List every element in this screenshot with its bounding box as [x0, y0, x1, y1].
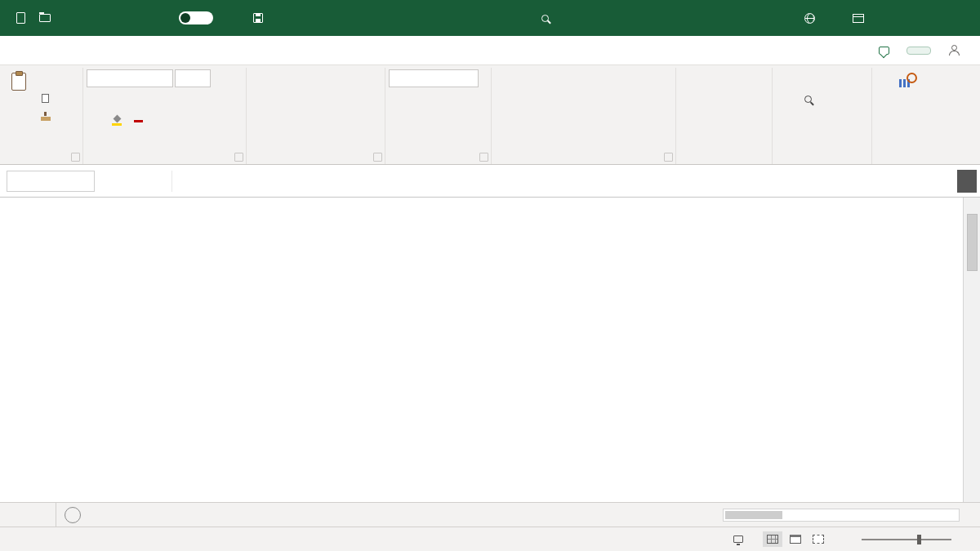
sort-filter-button[interactable]	[799, 69, 818, 88]
comment-icon	[879, 47, 889, 55]
percent-style-button[interactable]	[410, 90, 430, 109]
align-top-button[interactable]	[250, 69, 270, 88]
view-shortcuts	[763, 531, 828, 547]
minimize-button[interactable]	[872, 0, 908, 36]
paste-button[interactable]	[5, 69, 33, 97]
undo-button[interactable]	[59, 7, 80, 29]
spreadsheet-grid[interactable]	[0, 198, 963, 502]
close-button[interactable]	[944, 0, 980, 36]
name-box[interactable]	[7, 171, 95, 192]
new-workbook-button[interactable]	[10, 7, 31, 29]
styles-dialog-launcher[interactable]	[664, 153, 673, 162]
group-label-analysis	[875, 150, 939, 164]
decrease-font-size-button[interactable]	[172, 90, 191, 109]
search-button[interactable]	[535, 7, 556, 29]
paste-icon	[11, 73, 26, 91]
share-button[interactable]	[906, 47, 931, 55]
bold-button[interactable]	[87, 90, 106, 109]
ribbon-group-styles	[492, 68, 676, 164]
analyze-data-button[interactable]	[875, 69, 939, 96]
comments-button[interactable]	[879, 47, 895, 55]
ribbon-group-editing	[773, 68, 872, 164]
font-family-select[interactable]	[87, 69, 173, 87]
clipboard-dialog-launcher[interactable]	[71, 153, 80, 162]
decrease-indent-button[interactable]	[250, 112, 270, 131]
group-label-font	[87, 132, 243, 146]
vertical-scroll-thumb[interactable]	[967, 214, 978, 271]
fill-button[interactable]	[776, 90, 795, 109]
autosave-toggle[interactable]	[179, 11, 213, 24]
align-bottom-button[interactable]	[292, 69, 312, 88]
cut-button[interactable]	[36, 69, 56, 88]
format-painter-icon	[41, 112, 51, 122]
number-dialog-launcher[interactable]	[479, 153, 488, 162]
fill-color-button[interactable]	[108, 111, 127, 130]
font-dialog-launcher[interactable]	[234, 153, 243, 162]
format-painter-button[interactable]	[36, 107, 56, 126]
group-label-number	[389, 132, 488, 146]
align-center-button[interactable]	[271, 91, 291, 109]
copy-icon	[42, 94, 49, 103]
people-button[interactable]	[942, 39, 964, 62]
find-select-button[interactable]	[799, 90, 818, 109]
accessibility-button[interactable]	[799, 7, 820, 29]
increase-decimal-button[interactable]	[389, 111, 408, 130]
zoom-slider[interactable]	[862, 539, 951, 540]
increase-font-size-button[interactable]	[150, 90, 170, 109]
ribbon-group-clipboard	[2, 68, 83, 164]
number-format-select[interactable]	[389, 69, 479, 87]
ribbon-group-number	[385, 68, 492, 164]
page-layout-view-button[interactable]	[786, 531, 805, 547]
zoom-slider-thumb[interactable]	[917, 535, 921, 544]
increase-indent-button[interactable]	[271, 112, 291, 131]
expand-formula-bar-button[interactable]	[957, 170, 977, 193]
sort-descending-button[interactable]	[142, 7, 163, 29]
status-bar	[0, 527, 980, 551]
autosum-button[interactable]	[776, 69, 795, 88]
sheet-overflow-button[interactable]	[39, 503, 56, 527]
redo-button[interactable]	[88, 7, 109, 29]
align-left-button[interactable]	[250, 91, 270, 109]
alignment-dialog-launcher[interactable]	[373, 153, 382, 162]
align-right-button[interactable]	[292, 91, 312, 109]
group-label-styles	[495, 69, 672, 83]
normal-view-button[interactable]	[763, 531, 782, 547]
decrease-decimal-button[interactable]	[410, 111, 430, 130]
font-color-icon	[134, 119, 143, 122]
open-folder-icon	[39, 14, 51, 22]
italic-button[interactable]	[108, 90, 127, 109]
merge-center-button[interactable]	[314, 91, 333, 109]
orientation-button[interactable]	[292, 112, 312, 131]
refresh-button[interactable]	[223, 7, 244, 29]
group-label-editing	[776, 131, 868, 144]
clear-button[interactable]	[776, 110, 795, 129]
formula-bar	[0, 165, 980, 198]
page-break-view-button[interactable]	[808, 531, 828, 547]
underline-button[interactable]	[129, 90, 149, 109]
normal-view-icon	[767, 535, 778, 544]
wrap-text-button[interactable]	[314, 69, 333, 88]
horizontal-scrollbar[interactable]	[723, 509, 960, 522]
sort-ascending-button[interactable]	[118, 7, 139, 29]
display-settings-button[interactable]	[733, 535, 748, 543]
accounting-format-button[interactable]	[389, 90, 408, 109]
vertical-scrollbar[interactable]	[963, 198, 980, 502]
formula-input[interactable]	[172, 171, 954, 192]
align-middle-button[interactable]	[271, 69, 291, 88]
new-sheet-button[interactable]	[65, 507, 81, 523]
save-button[interactable]	[247, 7, 269, 29]
ribbon-display-options-button[interactable]	[848, 7, 869, 29]
copy-button[interactable]	[36, 88, 56, 107]
autosave-control[interactable]	[173, 11, 213, 24]
comma-style-button[interactable]	[431, 90, 451, 109]
page-layout-view-icon	[790, 535, 801, 544]
font-size-select[interactable]	[175, 69, 211, 87]
draw-button[interactable]	[823, 7, 844, 29]
horizontal-scroll-thumb[interactable]	[725, 511, 782, 519]
maximize-button[interactable]	[908, 0, 944, 36]
borders-button[interactable]	[87, 111, 106, 130]
font-color-button[interactable]	[129, 111, 149, 130]
statusbar-right	[733, 531, 970, 547]
group-label-cells	[679, 69, 768, 83]
open-button[interactable]	[34, 7, 56, 29]
